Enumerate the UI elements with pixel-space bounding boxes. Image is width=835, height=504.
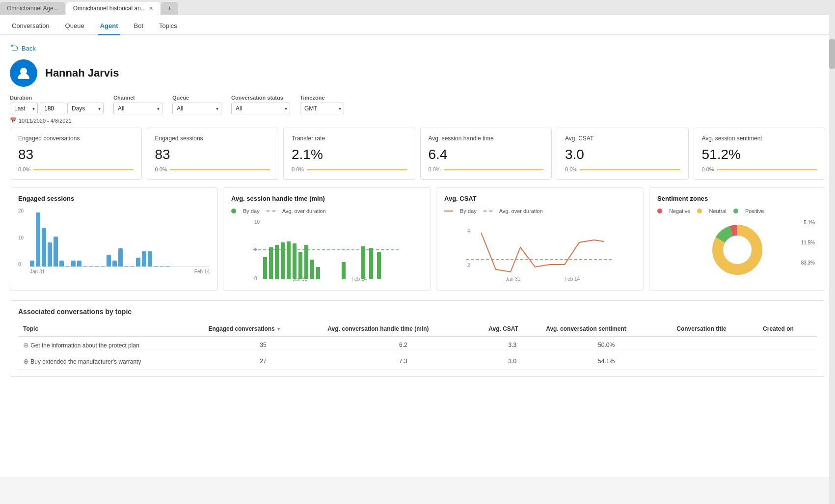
csat-avg-dash xyxy=(484,211,492,212)
sort-arrow-icon: ▼ xyxy=(276,327,281,332)
timezone-filter: Timezone GMT xyxy=(300,95,344,114)
kpi-change: 0.0% xyxy=(292,166,304,172)
svg-text:Feb 14: Feb 14 xyxy=(565,276,580,282)
browser-tab-2[interactable]: Omnichannel historical an... ✕ xyxy=(66,2,160,15)
kpi-value: 2.1% xyxy=(292,147,407,162)
cell-avg-csat: 3.3 xyxy=(484,337,541,353)
sentiment-zones-title: Sentiment zones xyxy=(657,195,817,202)
avg-session-handle-chart: Avg. session handle time (min) By day Av… xyxy=(223,187,431,291)
nav-agent[interactable]: Agent xyxy=(98,15,120,35)
topics-table: Topic Engaged conversations ▼ Avg. conve… xyxy=(18,321,817,370)
cell-created-on xyxy=(758,337,817,353)
duration-unit-select[interactable]: Days Weeks Months xyxy=(67,103,104,114)
svg-text:Feb 14: Feb 14 xyxy=(351,276,367,282)
engaged-sessions-title: Engaged sessions xyxy=(18,195,210,202)
nav-queue[interactable]: Queue xyxy=(63,15,86,35)
kpi-footer: 0.0% xyxy=(155,166,270,172)
kpi-value: 83 xyxy=(155,147,270,162)
table-row: ⊕ Buy extended the manufacturer's warran… xyxy=(18,353,817,370)
channel-select[interactable]: All xyxy=(113,103,162,114)
col-engaged-label: Engaged conversations xyxy=(208,325,274,332)
duration-unit-wrapper: Days Weeks Months xyxy=(67,103,104,114)
kpi-card: Avg. session sentiment 51.2% 0.0% xyxy=(694,128,826,180)
by-day-label: By day xyxy=(243,208,260,214)
nav-topics[interactable]: Topics xyxy=(157,15,179,35)
kpi-change: 0.0% xyxy=(565,166,577,172)
date-range: 📅 10/11/2020 - 4/8/2021 xyxy=(10,117,825,124)
table-title: Associated conversations by topic xyxy=(18,308,817,316)
avg-csat-legend: By day Avg. over duration xyxy=(444,208,636,214)
svg-rect-9 xyxy=(287,241,291,279)
duration-value-input[interactable] xyxy=(40,103,65,114)
expand-icon[interactable]: ⊕ xyxy=(23,357,29,365)
new-tab-button[interactable]: + xyxy=(161,2,178,15)
avg-session-legend: By day Avg. over duration xyxy=(231,208,423,214)
chart-bar xyxy=(107,255,111,266)
timezone-select[interactable]: GMT xyxy=(300,103,344,114)
cell-handle-time: 7.3 xyxy=(323,353,484,370)
back-button[interactable]: ⮌ Back xyxy=(10,43,825,53)
table-section: Associated conversations by topic Topic … xyxy=(10,300,825,377)
kpi-title: Engaged sessions xyxy=(155,135,270,142)
channel-filter: Channel All xyxy=(113,95,162,114)
channel-label: Channel xyxy=(113,95,162,101)
chart-bar xyxy=(165,266,170,266)
conv-status-label: Conversation status xyxy=(231,95,290,101)
avg-session-handle-title: Avg. session handle time (min) xyxy=(231,195,423,202)
kpi-title: Avg. session sentiment xyxy=(702,135,817,142)
col-engaged[interactable]: Engaged conversations ▼ xyxy=(203,321,323,337)
nav-conversation[interactable]: Conversation xyxy=(10,15,52,35)
svg-point-29 xyxy=(724,236,751,264)
chart-bar xyxy=(30,261,34,266)
kpi-trend-bar xyxy=(580,169,680,170)
col-avg-sentiment: Avg. conversation sentiment xyxy=(541,321,672,337)
cell-conv-title xyxy=(672,353,758,370)
negative-pct: 5.1% xyxy=(801,220,815,225)
chart-bar xyxy=(77,261,81,266)
kpi-trend-bar xyxy=(717,169,817,170)
chart-bar xyxy=(54,237,58,266)
close-tab-icon[interactable]: ✕ xyxy=(149,5,153,12)
queue-select[interactable]: All xyxy=(172,103,221,114)
agent-avatar xyxy=(10,59,37,87)
kpi-card: Engaged sessions 83 0.0% xyxy=(147,128,279,180)
col-avg-csat: Avg. CSAT xyxy=(484,321,541,337)
conv-status-select[interactable]: All xyxy=(231,103,290,114)
kpi-title: Avg. CSAT xyxy=(565,135,680,142)
duration-preset-select[interactable]: Last xyxy=(10,103,38,114)
nav-bar: Conversation Queue Agent Bot Topics xyxy=(0,15,835,35)
kpi-footer: 0.0% xyxy=(18,166,134,172)
kpi-card: Avg. CSAT 3.0 0.0% xyxy=(557,128,689,180)
chart-bar xyxy=(124,266,129,266)
positive-label: Positive xyxy=(745,208,764,214)
chart-bar xyxy=(42,228,46,266)
expand-icon[interactable]: ⊕ xyxy=(23,341,29,349)
kpi-value: 3.0 xyxy=(565,147,680,162)
chart-bar xyxy=(65,266,70,266)
positive-dot xyxy=(733,209,738,213)
neutral-dot xyxy=(697,209,702,213)
timezone-label: Timezone xyxy=(300,95,344,101)
nav-bot[interactable]: Bot xyxy=(132,15,146,35)
duration-controls: Last Days Weeks Months xyxy=(10,103,104,114)
svg-text:10: 10 xyxy=(254,219,260,225)
cell-topic: ⊕ Buy extended the manufacturer's warran… xyxy=(18,353,203,370)
svg-rect-8 xyxy=(281,242,285,279)
scrollbar-thumb[interactable] xyxy=(829,39,835,69)
queue-select-wrapper: All xyxy=(172,103,221,114)
chart-bar xyxy=(101,266,105,266)
col-created-on: Created on xyxy=(758,321,817,337)
kpi-card: Transfer rate 2.1% 0.0% xyxy=(283,128,415,180)
browser-tab-1[interactable]: Omnichannel Age... xyxy=(0,2,65,15)
kpi-card: Engaged conversations 83 0.0% xyxy=(10,128,142,180)
tab2-label: Omnichannel historical an... xyxy=(73,5,146,12)
kpi-trend-bar xyxy=(307,169,406,170)
svg-rect-15 xyxy=(342,262,346,279)
timezone-select-wrapper: GMT xyxy=(300,103,344,114)
scrollbar[interactable] xyxy=(829,0,835,477)
kpi-change: 0.0% xyxy=(155,166,167,172)
duration-filter: Duration Last Days Weeks Months xyxy=(10,95,104,114)
kpi-value: 51.2% xyxy=(702,147,817,162)
svg-text:Jan 31: Jan 31 xyxy=(506,276,520,282)
negative-label: Negative xyxy=(669,208,690,214)
